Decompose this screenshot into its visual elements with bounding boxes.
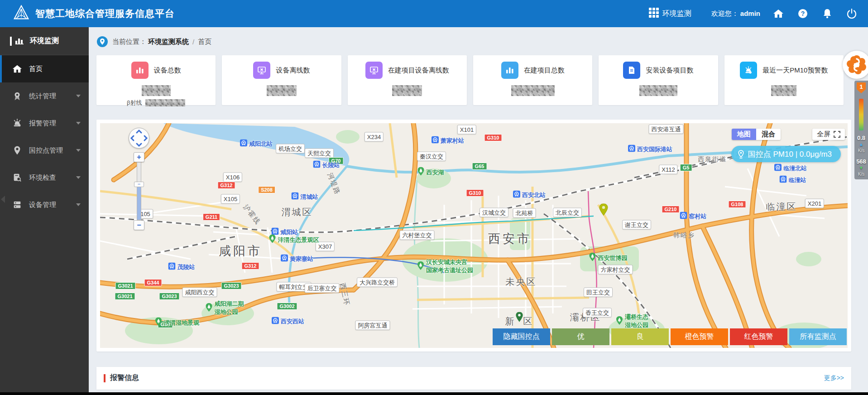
legend-button-0[interactable]: 隐藏国控点 — [493, 328, 550, 345]
stat-card-title: 最近一天PM10预警数 — [762, 66, 828, 75]
top-navbar: 智慧工地综合管理服务信息平台 环境监测 欢迎您： admin ? — [0, 0, 868, 27]
bell-icon[interactable] — [819, 5, 835, 22]
map-canvas[interactable]: 西安市咸阳市渭城区未央区灞桥区临潼区新区韩峪乡西泉街道沪霍线河堤路西三环机场立交… — [100, 123, 848, 348]
legend-button-2[interactable]: 良 — [611, 328, 669, 345]
module-switcher[interactable]: 环境监测 — [649, 8, 691, 19]
aqi-gradient-bar — [859, 99, 863, 130]
sidebar-item-label: 首页 — [29, 65, 43, 73]
fullscreen-icon — [834, 131, 840, 138]
pin-icon — [12, 145, 23, 156]
monitor-point-pin-yellow[interactable] — [599, 204, 608, 218]
breadcrumb-system[interactable]: 环境监测系统 — [148, 38, 189, 46]
map-pan-control[interactable] — [129, 128, 149, 149]
breadcrumb: 当前位置： 环境监测系统 / 首页 — [97, 36, 211, 47]
stat-card-value-redacted — [142, 85, 171, 96]
zoom-in-button[interactable]: + — [134, 152, 144, 162]
breadcrumb-page[interactable]: 首页 — [198, 38, 211, 46]
zoom-out-button[interactable]: − — [134, 220, 144, 230]
stat-card-value-redacted — [392, 85, 422, 96]
alarm-icon — [12, 118, 23, 129]
bar-chart-icon — [131, 62, 149, 79]
sidebar-item-label: 国控点管理 — [29, 146, 63, 155]
doc-icon — [623, 62, 640, 79]
username: admin — [740, 10, 760, 17]
stat-card-title: 安装设备项目数 — [646, 66, 693, 75]
sidebar-header-bar — [10, 37, 12, 46]
sidebar-item-label: 统计管理 — [29, 92, 56, 101]
zoom-slider-handle[interactable]: − — [134, 182, 144, 187]
stat-card-title: 设备总数 — [154, 66, 181, 75]
device-icon — [12, 199, 23, 210]
stat-card-value-redacted — [639, 85, 677, 96]
app-title: 智慧工地综合管理服务信息平台 — [35, 7, 175, 20]
power-icon[interactable] — [844, 5, 860, 22]
breadcrumb-separator: / — [192, 38, 194, 46]
zoom-slider-track[interactable]: − — [137, 162, 141, 220]
home-icon[interactable] — [770, 5, 786, 22]
sidebar-item-label: 环境检查 — [29, 173, 56, 182]
chevron-down-icon — [76, 95, 81, 97]
sidebar-collapse-icon[interactable] — [1, 196, 5, 203]
monitor-x-icon — [253, 62, 270, 79]
main-content: 当前位置： 环境监测系统 / 首页 设备总数β射线设备离线数在建项目设备离线数在… — [89, 27, 868, 392]
stat-card-2: 在建项目设备离线数 — [348, 55, 467, 105]
down-arrow-icon: ▼ — [859, 165, 863, 170]
map-panel: 西安市咸阳市渭城区未央区灞桥区临潼区新区韩峪乡西泉街道沪霍线河堤路西三环机场立交… — [96, 120, 851, 352]
fullscreen-button[interactable]: 全屏 — [812, 129, 845, 140]
sidebar-item-2[interactable]: 报警管理 — [0, 110, 89, 137]
sidebar-header: 环境监测 — [0, 27, 89, 55]
stat-card-value-redacted — [771, 85, 796, 96]
map-nav-control: + − − — [129, 128, 149, 236]
chevron-down-icon — [76, 122, 81, 125]
stat-card-title: 设备离线数 — [276, 66, 310, 75]
welcome-text: 欢迎您： admin — [711, 10, 760, 18]
bar-chart-icon — [501, 62, 518, 79]
monitor-x-icon — [365, 62, 383, 79]
legend-button-4[interactable]: 红色预警 — [730, 328, 787, 345]
alarm-light-icon — [740, 62, 757, 79]
map-legend: 隐藏国控点优良橙色预警红色预警所有监测点 — [493, 328, 847, 345]
sidebar-item-0[interactable]: 首页 — [0, 55, 89, 82]
stat-card-value-redacted — [511, 85, 555, 96]
stat-card-subvalue-redacted — [145, 99, 185, 106]
map-type-toggle: 地图 混合 — [732, 129, 781, 140]
legend-button-1[interactable]: 优 — [552, 328, 609, 345]
speed-widget-spinner-icon[interactable] — [843, 51, 868, 79]
sidebar-item-3[interactable]: 国控点管理 — [0, 137, 89, 164]
breadcrumb-prefix: 当前位置： — [112, 38, 146, 46]
pm10-tooltip[interactable]: 国控点 PM10 | 0.0μg/m3 — [731, 146, 841, 162]
alarm-panel: 报警信息 更多>> — [96, 367, 851, 390]
stat-card-5: 最近一天PM10预警数 — [724, 55, 844, 105]
stat-card-title: 在建项目设备离线数 — [388, 66, 449, 75]
map-type-hybrid-button[interactable]: 混合 — [756, 129, 781, 140]
map-type-map-button[interactable]: 地图 — [732, 129, 756, 140]
app-logo-icon — [13, 4, 30, 23]
sidebar-header-label: 环境监测 — [30, 36, 59, 46]
stat-card-0: 设备总数β射线 — [96, 55, 216, 105]
stat-card-1: 设备离线数 — [222, 55, 341, 105]
stat-cards-row: 设备总数β射线设备离线数在建项目设备离线数在建项目总数安装设备项目数最近一天PM… — [96, 55, 844, 105]
chevron-down-icon — [76, 176, 81, 179]
bottom-edge — [0, 392, 868, 395]
stat-card-value-redacted — [267, 85, 297, 96]
inspect-icon — [12, 172, 23, 183]
alarm-more-link[interactable]: 更多>> — [824, 374, 844, 382]
location-pin-icon — [97, 36, 108, 47]
sidebar-menu: 首页统计管理报警管理国控点管理环境检查设备管理 — [0, 55, 89, 218]
shield-badge[interactable]: 1 — [857, 82, 866, 93]
stat-card-subline: β射线 — [96, 99, 216, 107]
legend-button-5[interactable]: 所有监测点 — [789, 328, 847, 345]
svg-text:?: ? — [801, 10, 805, 17]
sidebar-item-1[interactable]: 统计管理 — [0, 82, 89, 110]
legend-button-3[interactable]: 橙色预警 — [671, 328, 728, 345]
sidebar-item-label: 报警管理 — [29, 119, 56, 128]
sidebar-item-4[interactable]: 环境检查 — [0, 164, 89, 191]
sidebar-item-5[interactable]: 设备管理 — [0, 191, 89, 218]
sidebar-item-label: 设备管理 — [29, 201, 56, 209]
help-icon[interactable]: ? — [795, 5, 811, 22]
alarm-panel-title: 报警信息 — [110, 373, 139, 383]
monitor-point-pin-green[interactable] — [516, 312, 523, 324]
stat-card-4: 安装设备项目数 — [599, 55, 718, 105]
chevron-down-icon — [76, 203, 81, 206]
speed-widget: 1 0.8 ▲ K/s 568 ▼ K/s — [854, 81, 868, 179]
